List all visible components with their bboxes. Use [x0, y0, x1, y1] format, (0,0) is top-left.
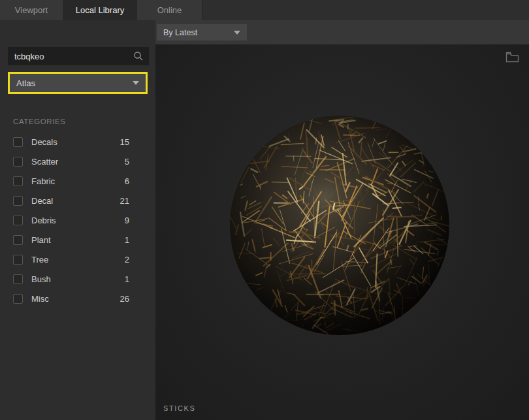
- category-checkbox[interactable]: [13, 157, 23, 167]
- category-count: 21: [120, 196, 129, 206]
- categories-header: CATEGORIES: [13, 118, 155, 125]
- folder-icon[interactable]: [505, 52, 519, 65]
- category-checkbox[interactable]: [13, 216, 23, 225]
- category-count: 9: [125, 216, 129, 225]
- category-row-debris[interactable]: Debris 9: [0, 210, 155, 230]
- category-row-tree[interactable]: Tree 2: [0, 250, 155, 269]
- category-row-decal[interactable]: Decal 21: [0, 191, 155, 210]
- category-row-bush[interactable]: Bush 1: [0, 269, 155, 289]
- category-list: Decals 15 Scatter 5 Fabric 6 Decal 21 De…: [0, 132, 155, 308]
- category-count: 1: [125, 235, 129, 245]
- chevron-down-icon: [234, 31, 240, 35]
- category-label: Scatter: [31, 157, 58, 167]
- tab-bar: Viewport Local Library Online: [0, 0, 529, 20]
- asset-type-dropdown[interactable]: Atlas: [8, 72, 148, 94]
- category-row-fabric[interactable]: Fabric 6: [0, 171, 155, 191]
- search-box: [8, 47, 149, 65]
- category-label: Misc: [31, 294, 49, 304]
- search-icon[interactable]: [133, 51, 144, 61]
- asset-preview-tile[interactable]: STICKS: [155, 44, 529, 420]
- category-label: Tree: [31, 255, 48, 265]
- category-label: Bush: [31, 274, 51, 284]
- sidebar: Atlas CATEGORIES Decals 15 Scatter 5 Fab…: [0, 20, 155, 420]
- tab-viewport[interactable]: Viewport: [0, 0, 63, 20]
- tab-online[interactable]: Online: [137, 0, 202, 20]
- category-count: 5: [125, 157, 129, 167]
- category-checkbox[interactable]: [13, 255, 23, 265]
- category-label: Plant: [31, 235, 51, 245]
- category-count: 26: [120, 294, 129, 304]
- category-label: Debris: [31, 216, 56, 225]
- category-row-plant[interactable]: Plant 1: [0, 230, 155, 250]
- category-checkbox[interactable]: [13, 176, 23, 186]
- category-row-misc[interactable]: Misc 26: [0, 289, 155, 308]
- category-count: 1: [125, 274, 129, 284]
- category-row-decals[interactable]: Decals 15: [0, 132, 155, 152]
- material-sphere-preview[interactable]: [229, 114, 451, 336]
- chevron-down-icon: [133, 81, 139, 85]
- category-checkbox[interactable]: [13, 294, 23, 304]
- asset-name-label: STICKS: [163, 404, 195, 412]
- asset-type-dropdown-value: Atlas: [16, 78, 35, 88]
- category-label: Decals: [31, 137, 57, 147]
- search-input[interactable]: [14, 52, 133, 61]
- main-panel: By Latest STICKS: [155, 20, 529, 420]
- content-area: Atlas CATEGORIES Decals 15 Scatter 5 Fab…: [0, 20, 529, 420]
- category-label: Fabric: [31, 176, 55, 186]
- category-checkbox[interactable]: [13, 274, 23, 284]
- tab-local-library[interactable]: Local Library: [63, 0, 137, 20]
- category-label: Decal: [31, 196, 53, 206]
- sort-toolbar: By Latest: [155, 20, 529, 44]
- category-count: 15: [120, 137, 129, 147]
- sort-dropdown[interactable]: By Latest: [157, 24, 247, 40]
- sort-dropdown-value: By Latest: [163, 28, 197, 37]
- category-checkbox[interactable]: [13, 196, 23, 206]
- category-checkbox[interactable]: [13, 235, 23, 245]
- category-count: 2: [125, 255, 129, 265]
- category-checkbox[interactable]: [13, 137, 23, 147]
- category-row-scatter[interactable]: Scatter 5: [0, 152, 155, 171]
- category-count: 6: [125, 176, 129, 186]
